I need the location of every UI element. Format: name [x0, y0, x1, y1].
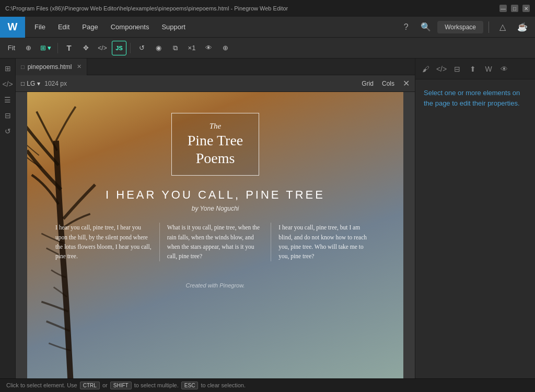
eye-icon: 👁 — [205, 44, 212, 52]
layout-chevron: ▾ — [48, 44, 51, 52]
title-main: Pine TreePoems — [188, 132, 243, 167]
viewport-selector[interactable]: □ LG ▾ — [21, 80, 40, 87]
title-bar-text: C:\Program Files (x86)\Pinegrow Web Edit… — [5, 5, 499, 11]
title-bar-controls: — □ ✕ — [499, 5, 530, 12]
help-icon[interactable]: ? — [398, 19, 414, 36]
viewport-screen-icon: □ — [21, 80, 25, 87]
right-panel-content: Select one or more elements on the page … — [415, 79, 535, 378]
menu-right: ? 🔍 Workspace △ ☕ — [398, 19, 535, 36]
right-panel: 🖌 </> ⊟ ⬆ W 👁 Select one or more element… — [415, 59, 535, 378]
viewport-chevron: ▾ — [37, 80, 40, 87]
multiplier-label: ×1 — [188, 44, 196, 52]
cols-button[interactable]: Cols — [382, 80, 394, 87]
tab-file-icon: □ — [21, 64, 25, 70]
sidebar-history-icon[interactable]: ↺ — [1, 124, 15, 138]
workspace-button[interactable]: Workspace — [437, 21, 483, 33]
status-key-esc: ESC — [181, 382, 199, 389]
tab-bar: □ pinepoems.html ✕ — [16, 59, 415, 75]
poem-author: by Yone Noguchi — [192, 205, 239, 212]
coffee-icon[interactable]: ☕ — [514, 19, 531, 36]
sep1 — [57, 43, 58, 53]
grid-button[interactable]: Grid — [362, 80, 374, 87]
rp-paint-icon[interactable]: 🖌 — [418, 62, 433, 76]
status-text-after: to select multiple. — [134, 382, 179, 388]
px-display: 1024 px — [44, 80, 67, 87]
poem-col-3: I hear you call, pine tree, but I am bli… — [271, 223, 382, 261]
left-sidebar: ⊞ </> ☰ ⊟ ↺ — [0, 59, 16, 378]
multi-icon: ⧉ — [173, 44, 178, 52]
rp-code-icon[interactable]: </> — [434, 62, 449, 76]
undo-icon: ↺ — [139, 44, 145, 52]
search-icon[interactable]: 🔍 — [417, 19, 434, 36]
rp-eye-icon[interactable]: 👁 — [497, 62, 511, 76]
js-button[interactable]: JS — [112, 41, 126, 55]
sidebar-assets-icon[interactable]: ☰ — [1, 93, 15, 107]
globe-button[interactable]: ⊕ — [218, 41, 232, 55]
canvas-close-icon[interactable]: ✕ — [403, 78, 410, 88]
drag-icon: ✥ — [83, 44, 89, 52]
menu-file[interactable]: File — [29, 21, 51, 33]
multi-button[interactable]: ⧉ — [168, 41, 182, 55]
page-footer: Created with Pinegrow. — [185, 282, 245, 299]
sidebar-code-icon[interactable]: </> — [1, 77, 15, 91]
title-bar: C:\Program Files (x86)\Pinegrow Web Edit… — [0, 0, 535, 17]
minimize-button[interactable]: — — [499, 5, 507, 12]
fit-button[interactable]: Fit — [4, 41, 19, 55]
canvas-tb-right: Grid Cols ✕ — [362, 78, 410, 88]
tab-label: pinepoems.html — [28, 63, 72, 71]
status-text-before: Click to select element. Use — [6, 382, 77, 388]
preview-button[interactable]: ◉ — [151, 41, 166, 55]
editor-area: □ pinepoems.html ✕ □ LG ▾ 1024 px Grid — [16, 59, 415, 378]
rp-wp-icon[interactable]: W — [481, 62, 496, 76]
layout-toggle-button[interactable]: ⊞ ▾ — [38, 41, 54, 55]
rp-layout-icon[interactable]: ⊟ — [450, 62, 464, 76]
undo-button[interactable]: ↺ — [134, 41, 149, 55]
app-logo: W — [0, 17, 25, 38]
divider — [489, 21, 489, 33]
status-text: Click to select element. Use CTRL or SHI… — [6, 382, 246, 389]
menu-components[interactable]: Components — [106, 21, 155, 33]
title-the: The — [188, 122, 243, 131]
title-box: The Pine TreePoems — [171, 113, 260, 176]
poem-heading: I HEAR YOU CALL, PINE TREE — [106, 188, 325, 202]
tab-pinepoems[interactable]: □ pinepoems.html ✕ — [16, 59, 87, 75]
poem-columns: I hear you call, pine tree, I hear you u… — [43, 223, 388, 261]
eye-button[interactable]: 👁 — [201, 41, 216, 55]
canvas-container: □ LG ▾ 1024 px Grid Cols ✕ — [16, 75, 415, 378]
sidebar-layers-icon[interactable]: ⊞ — [1, 62, 15, 75]
fit-label: Fit — [8, 44, 15, 52]
multiplier-button[interactable]: ×1 — [184, 41, 199, 55]
menu-edit[interactable]: Edit — [53, 21, 75, 33]
zoom-in-icon: ⊕ — [26, 44, 31, 52]
tab-close-icon[interactable]: ✕ — [77, 63, 82, 70]
poem-col-1: I hear you call, pine tree, I hear you u… — [48, 223, 160, 261]
code-view-button[interactable]: </> — [95, 41, 110, 55]
close-button[interactable]: ✕ — [522, 5, 530, 12]
canvas-toolbar: □ LG ▾ 1024 px Grid Cols ✕ — [16, 75, 415, 92]
text-tool-button[interactable]: T — [62, 41, 76, 55]
menu-page[interactable]: Page — [77, 21, 103, 33]
maximize-button[interactable]: □ — [511, 5, 518, 12]
layout-icon: ⊞ — [40, 44, 46, 52]
text-icon: T — [66, 43, 71, 52]
globe-icon: ⊕ — [223, 44, 228, 52]
menu-bar: W File Edit Page Components Support ? 🔍 … — [0, 17, 535, 38]
rp-message: Select one or more elements on the page … — [424, 88, 527, 108]
js-label: JS — [115, 45, 122, 51]
canvas-viewport[interactable]: The Pine TreePoems I HEAR YOU CALL, PINE… — [16, 92, 415, 378]
zoom-in-button[interactable]: ⊕ — [21, 41, 36, 55]
drag-tool-button[interactable]: ✥ — [78, 41, 93, 55]
poem-col-2: What is it you call, pine tree, when the… — [160, 223, 272, 261]
sep2 — [130, 43, 131, 53]
right-panel-toolbar: 🖌 </> ⊟ ⬆ W 👁 — [415, 59, 535, 79]
canvas-tb-left: □ LG ▾ 1024 px — [21, 80, 356, 87]
menu-support[interactable]: Support — [156, 21, 191, 33]
triangle-icon[interactable]: △ — [494, 19, 511, 36]
status-bar: Click to select element. Use CTRL or SHI… — [0, 378, 535, 392]
page-preview: The Pine TreePoems I HEAR YOU CALL, PINE… — [27, 92, 403, 378]
page-content: The Pine TreePoems I HEAR YOU CALL, PINE… — [27, 92, 403, 299]
sidebar-pages-icon[interactable]: ⊟ — [1, 109, 15, 122]
status-key-ctrl: CTRL — [80, 382, 100, 389]
rp-export-icon[interactable]: ⬆ — [466, 62, 480, 76]
status-key-shift: SHIFT — [110, 382, 132, 389]
